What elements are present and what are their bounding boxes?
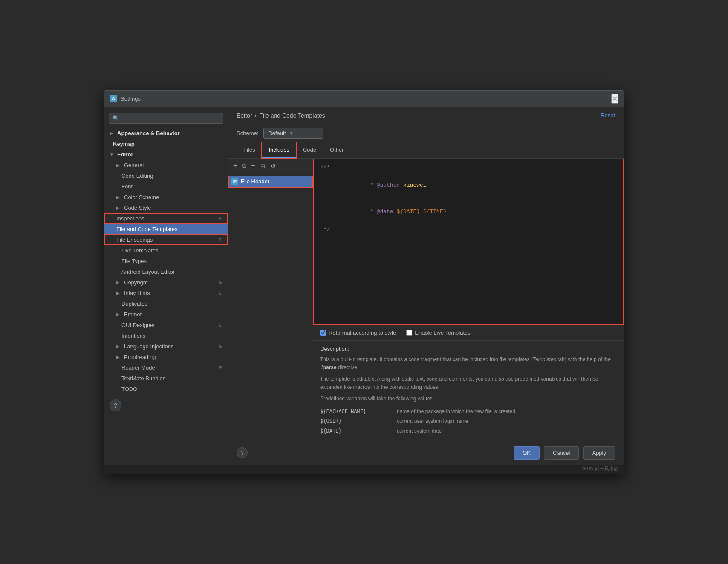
code-line-1: /** xyxy=(320,164,617,173)
sidebar-item-emmet[interactable]: ▶ Emmet xyxy=(104,309,228,320)
watermark: CSDN @一只小疤 xyxy=(104,465,624,474)
toolbar: + ⧉ − ⊞ ↺ xyxy=(228,159,313,174)
desc-row-1: ${PACKAGE_NAME} name of the package in w… xyxy=(320,407,617,416)
sidebar-item-duplicates[interactable]: Duplicates xyxy=(104,298,228,309)
pin-icon-copyright: ⊟ xyxy=(219,280,222,285)
tab-code[interactable]: Code xyxy=(296,142,323,158)
description-table: ${PACKAGE_NAME} name of the package in w… xyxy=(320,407,617,436)
close-button[interactable]: ✕ xyxy=(611,94,618,104)
sidebar-item-inspections[interactable]: Inspections ⊟ xyxy=(104,213,228,224)
sidebar-item-editor[interactable]: ▼ Editor xyxy=(104,149,228,160)
expand-icon-lang-inj: ▶ xyxy=(116,344,121,349)
expand-icon-editor: ▼ xyxy=(110,152,115,157)
expand-icon-code-style: ▶ xyxy=(116,205,121,210)
sidebar-item-file-encodings[interactable]: File Encodings ⊟ xyxy=(104,234,228,245)
options-row: Reformat according to style Enable Live … xyxy=(313,325,624,340)
code-editor[interactable]: /** * @author xiaowei * @date ${DATE} ${… xyxy=(313,159,624,325)
sidebar-item-general[interactable]: ▶ General xyxy=(104,160,228,171)
window-title: Settings xyxy=(121,95,141,102)
breadcrumb-arrow: › xyxy=(255,112,257,119)
sidebar-item-todo[interactable]: TODO xyxy=(104,384,228,394)
tab-other[interactable]: Other xyxy=(323,142,351,158)
sidebar-item-code-editing[interactable]: Code Editing xyxy=(104,171,228,181)
help-button[interactable]: ? xyxy=(110,399,121,411)
sidebar: 🔍 ▶ Appearance & Behavior Keymap ▼ Edito… xyxy=(104,107,228,465)
sidebar-item-language-injections[interactable]: ▶ Language Injections ⊟ xyxy=(104,341,228,352)
chevron-down-icon: ▼ xyxy=(289,131,294,136)
ok-button[interactable]: OK xyxy=(514,446,540,460)
template-list: File Header xyxy=(228,174,313,441)
sidebar-item-proofreading[interactable]: ▶ Proofreading xyxy=(104,352,228,362)
desc-var-3: ${DATE} xyxy=(320,428,397,434)
desc-row-3: ${DATE} current system date xyxy=(320,426,617,436)
code-panel: /** * @author xiaowei * @date ${DATE} ${… xyxy=(313,159,624,441)
sidebar-item-intentions[interactable]: Intentions xyxy=(104,330,228,341)
reformat-label: Reformat according to style xyxy=(329,330,396,336)
copy-button[interactable]: ⧉ xyxy=(240,162,248,170)
tab-files[interactable]: Files xyxy=(237,142,262,158)
footer-help-button[interactable]: ? xyxy=(237,447,248,458)
sidebar-item-font[interactable]: Font xyxy=(104,181,228,192)
description-title: Description: xyxy=(320,346,617,352)
sidebar-item-copyright[interactable]: ▶ Copyright ⊟ xyxy=(104,277,228,288)
add-button[interactable]: + xyxy=(231,161,239,171)
sidebar-item-gui-designer[interactable]: GUI Designer ⊟ xyxy=(104,320,228,330)
template-item-file-header[interactable]: File Header xyxy=(228,176,313,188)
sidebar-item-appearance[interactable]: ▶ Appearance & Behavior xyxy=(104,128,228,139)
search-input[interactable] xyxy=(121,115,220,121)
app-icon: A xyxy=(110,95,117,102)
sidebar-item-android-layout-editor[interactable]: Android Layout Editor xyxy=(104,266,228,277)
sidebar-item-code-style[interactable]: ▶ Code Style xyxy=(104,202,228,213)
clone-button[interactable]: ⊞ xyxy=(259,162,267,170)
sidebar-item-file-and-code-templates[interactable]: File and Code Templates xyxy=(104,224,228,234)
reformat-option[interactable]: Reformat according to style xyxy=(320,330,396,336)
expand-icon-general: ▶ xyxy=(116,163,121,168)
settings-window: A Settings ✕ 🔍 ▶ Appearance & Behavior K… xyxy=(104,90,624,474)
desc-meaning-2: current user system login name xyxy=(397,418,617,424)
sidebar-item-file-types[interactable]: File Types xyxy=(104,256,228,266)
remove-button[interactable]: − xyxy=(249,161,257,171)
expand-icon-color-scheme: ▶ xyxy=(116,195,121,200)
breadcrumb-parent: Editor xyxy=(237,112,252,119)
template-item-label: File Header xyxy=(241,178,269,185)
cancel-button[interactable]: Cancel xyxy=(544,446,579,460)
revert-button[interactable]: ↺ xyxy=(269,161,277,171)
desc-meaning-1: name of the package in which the new fil… xyxy=(397,408,617,414)
reset-button[interactable]: Reset xyxy=(601,112,615,119)
pin-icon-inlay-hints: ⊟ xyxy=(219,290,222,296)
breadcrumb-bar: Editor › File and Code Templates Reset xyxy=(228,107,624,124)
footer: ? OK Cancel Apply xyxy=(228,441,624,465)
desc-row-2: ${USER} current user system login name xyxy=(320,416,617,426)
search-box[interactable]: 🔍 xyxy=(109,113,223,124)
template-list-panel: + ⧉ − ⊞ ↺ xyxy=(228,159,313,441)
sidebar-item-inlay-hints[interactable]: ▶ Inlay Hints ⊟ xyxy=(104,288,228,298)
sidebar-item-reader-mode[interactable]: Reader Mode ⊟ xyxy=(104,362,228,373)
expand-icon-emmet: ▶ xyxy=(116,312,121,317)
description-para-3: Predefined variables will take the follo… xyxy=(320,395,617,403)
reformat-checkbox[interactable] xyxy=(320,330,326,336)
pin-icon-file-encodings: ⊟ xyxy=(219,237,222,243)
main-panel: Editor › File and Code Templates Reset S… xyxy=(228,107,624,465)
title-bar: A Settings ✕ xyxy=(104,91,624,107)
main-content: 🔍 ▶ Appearance & Behavior Keymap ▼ Edito… xyxy=(104,107,624,465)
scheme-dropdown[interactable]: Default ▼ xyxy=(263,128,323,139)
live-templates-checkbox[interactable] xyxy=(406,330,412,336)
expand-icon-proofreading: ▶ xyxy=(116,355,121,359)
code-line-2: * @author xiaowei xyxy=(320,172,617,199)
live-templates-option[interactable]: Enable Live Templates xyxy=(406,330,471,336)
desc-meaning-3: current system date xyxy=(397,428,617,434)
sidebar-item-textmate-bundles[interactable]: TextMate Bundles xyxy=(104,373,228,384)
sidebar-item-color-scheme[interactable]: ▶ Color Scheme xyxy=(104,192,228,202)
sidebar-item-live-templates[interactable]: Live Templates xyxy=(104,245,228,256)
template-area: + ⧉ − ⊞ ↺ xyxy=(228,159,624,441)
desc-var-1: ${PACKAGE_NAME} xyxy=(320,408,397,414)
scheme-value: Default xyxy=(268,130,286,136)
pin-icon-reader-mode: ⊟ xyxy=(219,365,222,370)
pin-icon-inspections: ⊟ xyxy=(219,216,222,221)
expand-icon-inlay-hints: ▶ xyxy=(116,291,121,295)
apply-button[interactable]: Apply xyxy=(583,446,615,460)
search-icon: 🔍 xyxy=(113,115,119,121)
tab-includes[interactable]: Includes xyxy=(262,142,296,158)
sidebar-item-keymap[interactable]: Keymap xyxy=(104,139,228,149)
description-para-1: This is a built-in template. It contains… xyxy=(320,356,617,372)
